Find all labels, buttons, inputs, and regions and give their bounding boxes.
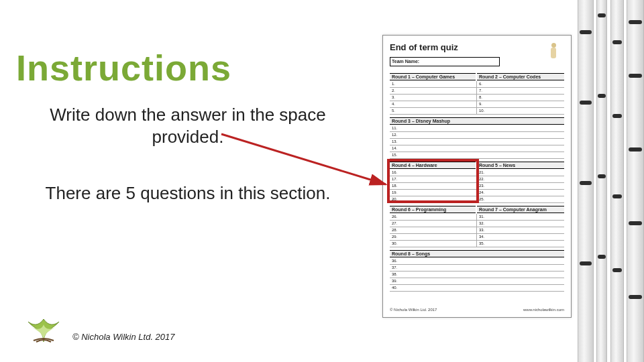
- page-title: Instructions: [16, 47, 231, 88]
- section-header: Round 8 – Songs: [390, 250, 564, 257]
- worksheet-url: www.nicholawilkin.com: [523, 308, 564, 312]
- birch-trunk: [596, 0, 607, 362]
- slide-copyright: © Nichola Wilkin Ltd. 2017: [72, 332, 175, 342]
- team-name-box: Team Name:: [390, 57, 500, 66]
- table-block: 26.31. 27.32. 28.33. 29.34. 30.35.: [390, 214, 564, 247]
- section-header: Round 1 – Computer Games: [390, 73, 476, 80]
- worksheet-title: End of term quiz: [390, 42, 458, 52]
- brand-logo: [20, 310, 67, 343]
- table-block: 36. 37. 38. 39. 40.: [390, 258, 564, 292]
- section-header: Round 6 – Programming: [390, 206, 476, 213]
- worksheet-copyright: © Nichola Wilkin Ltd. 2017: [390, 308, 437, 312]
- section-header: Round 5 – News: [477, 162, 564, 169]
- worksheet-thumbnail: End of term quiz Team Name: Round 1 – Co…: [382, 35, 572, 318]
- highlight-box: [387, 159, 479, 203]
- section-header: Round 3 – Disney Mashup: [390, 117, 564, 125]
- section-header: Round 2 – Computer Codes: [477, 73, 564, 80]
- table-block: 1.6. 2.7. 3.8. 4.9. 5.10.: [390, 81, 564, 115]
- birch-trunk: [578, 0, 594, 362]
- person-icon: [547, 41, 564, 64]
- section-header: Round 7 – Computer Anagram: [477, 206, 564, 213]
- table-block: 11. 12. 13. 14. 15.: [390, 125, 564, 159]
- birch-trunk: [627, 0, 644, 362]
- slide: { "title": "Instructions", "body": { "li…: [0, 0, 644, 362]
- instruction-line-2: There are 5 questions in this section.: [27, 182, 349, 204]
- birch-trunk: [610, 0, 624, 362]
- instruction-line-1: Write down the answer in the space provi…: [27, 104, 349, 147]
